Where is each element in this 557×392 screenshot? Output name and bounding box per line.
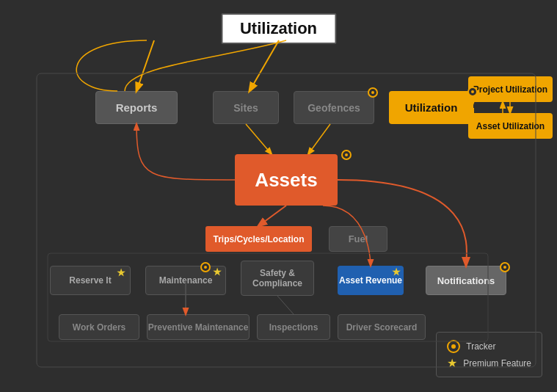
assets-node: Assets [235, 154, 338, 206]
legend-premium-label: Premium Feature [463, 358, 531, 369]
reserve-it-node: ★ Reserve It [50, 266, 131, 295]
safety-node: Safety & Compliance [241, 261, 314, 296]
prev-maintenance-node: Preventive Maintenance [147, 314, 250, 340]
geofences-tracker-badge [368, 87, 378, 98]
maintenance-tracker-badge [200, 262, 211, 272]
maintenance-star: ★ [213, 267, 222, 277]
legend-tracker-icon [447, 340, 460, 353]
svg-line-7 [246, 124, 272, 154]
driver-scorecard-node: Driver Scorecard [338, 314, 426, 340]
fuel-node: Fuel [329, 226, 387, 252]
asset-revenue-star: ★ [392, 267, 401, 277]
trips-node: Trips/Cycles/Location [205, 226, 312, 252]
legend-premium: ★ Premium Feature [447, 357, 531, 369]
reports-node: Reports [95, 91, 178, 124]
diagram-title: Utilization [221, 13, 336, 44]
asset-utilization-node: Asset Utilization [468, 113, 553, 139]
notifications-tracker-badge [500, 262, 510, 272]
svg-line-9 [277, 296, 294, 314]
assets-tracker-badge [341, 150, 352, 160]
legend-star-icon: ★ [447, 357, 457, 369]
geofences-node: Geofences [294, 91, 374, 124]
sites-node: Sites [213, 91, 279, 124]
legend: Tracker ★ Premium Feature [436, 332, 542, 377]
reserve-star: ★ [117, 268, 125, 277]
svg-line-0 [136, 40, 154, 91]
svg-line-6 [308, 124, 330, 154]
svg-line-1 [250, 40, 279, 91]
notifications-node: Notifications [426, 266, 506, 295]
legend-tracker: Tracker [447, 340, 531, 353]
maintenance-node: ★ Maintenance [145, 266, 226, 295]
work-orders-node: Work Orders [59, 314, 139, 340]
asset-revenue-node: ★ Asset Revenue [338, 266, 404, 295]
svg-line-5 [258, 206, 286, 226]
utilization-tracker-badge [467, 87, 478, 97]
inspections-node: Inspections [257, 314, 330, 340]
utilization-node: Utilization [389, 91, 473, 124]
legend-tracker-label: Tracker [466, 341, 495, 352]
project-utilization-node: Project Utilization [468, 76, 553, 102]
